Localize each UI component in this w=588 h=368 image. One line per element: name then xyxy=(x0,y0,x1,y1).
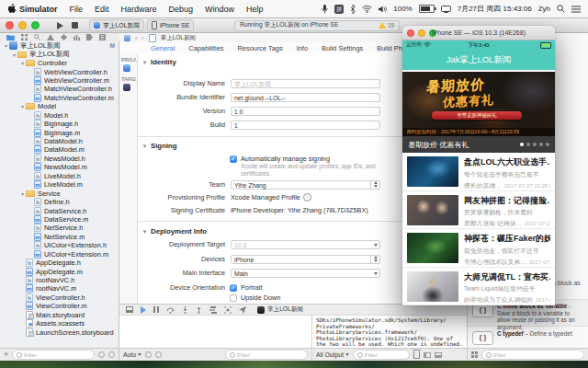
show-only-run-icon[interactable] xyxy=(145,351,152,358)
file-row-model-h[interactable]: hModel.h xyxy=(0,111,119,120)
file-row-controller[interactable]: ▾Controller xyxy=(0,59,119,67)
menu-hardware[interactable]: Hardware xyxy=(121,5,157,14)
devices-dropdown[interactable]: iPhone xyxy=(231,255,380,264)
symbol-navigator-icon[interactable] xyxy=(21,34,28,40)
related-items-icon[interactable] xyxy=(124,35,130,41)
file-row--lol-[interactable]: ▾掌上LOL新闻 xyxy=(0,50,119,58)
target-item-icon[interactable] xyxy=(123,84,130,91)
page-dot[interactable] xyxy=(539,143,543,146)
file-row-dataservice-m[interactable]: mDataService.m xyxy=(0,215,119,224)
menu-edit[interactable]: Edit xyxy=(95,5,109,14)
identity-section-header[interactable]: ▼Identity xyxy=(141,58,176,66)
page-dot[interactable] xyxy=(526,143,530,146)
view-debugger-button[interactable] xyxy=(209,306,217,314)
user-name[interactable]: Zyh xyxy=(538,5,550,13)
bluetooth-icon[interactable] xyxy=(350,5,356,14)
clear-console-button[interactable] xyxy=(413,351,420,359)
info-icon[interactable]: i xyxy=(303,193,311,201)
tab-info[interactable]: Info xyxy=(297,44,308,52)
signing-section-header[interactable]: ▼Signing xyxy=(141,142,177,150)
display-name-field[interactable]: 掌上LOL新闻 xyxy=(231,79,380,88)
file-row-matchviewcontroller-m[interactable]: mMatchViewController.m xyxy=(0,94,119,102)
file-row-livemodel-m[interactable]: mLiveModel.m xyxy=(0,180,119,189)
library-filter-field[interactable]: Filter xyxy=(481,350,584,360)
hide-debug-area-button[interactable] xyxy=(126,306,133,313)
news-item[interactable]: 神探苍：碾压Faker的妖…双兔傍地走，假装打不过等等博心理战术以及米…2017… xyxy=(402,229,555,268)
console-scope-menu[interactable]: All Output xyxy=(316,351,349,358)
bundle-id-field[interactable]: net.glound.--LOL-- xyxy=(231,93,380,102)
stop-button[interactable] xyxy=(72,22,78,29)
file-row-bigimage-m[interactable]: mBigImage.m xyxy=(0,128,119,136)
file-row-datamodel-m[interactable]: mDataModel.m xyxy=(0,145,119,154)
menu-debug[interactable]: Debug xyxy=(169,5,194,14)
input-method-icon[interactable]: 拼 xyxy=(334,5,344,14)
wifi-icon[interactable] xyxy=(362,6,372,13)
file-row-service[interactable]: ▾Service xyxy=(0,189,119,197)
debug-navigator-icon[interactable] xyxy=(74,34,80,40)
file-row-matchviewcontroller-h[interactable]: hMatchViewController.h xyxy=(0,85,119,93)
step-into-button[interactable] xyxy=(182,306,188,314)
tab-capabilities[interactable]: Capabilities xyxy=(188,44,223,52)
team-dropdown[interactable]: Yihe Zhang xyxy=(231,180,380,190)
volume-icon[interactable] xyxy=(379,6,387,13)
add-file-button[interactable]: + xyxy=(4,351,8,359)
notification-center-icon[interactable] xyxy=(571,6,581,13)
file-row-define-h[interactable]: hDefine.h xyxy=(0,198,119,206)
project-navigator-icon[interactable] xyxy=(6,34,15,40)
back-button[interactable]: ‹ xyxy=(135,35,137,41)
issue-navigator-icon[interactable] xyxy=(47,34,54,40)
disclosure-triangle[interactable]: ▾ xyxy=(3,42,9,49)
info-toggle-icon[interactable] xyxy=(155,351,162,358)
file-row-webviewcontroller-m[interactable]: mWebViewController.m xyxy=(0,76,119,85)
auto-signing-checkbox[interactable]: ✓ xyxy=(230,155,237,163)
tab-build-settings[interactable]: Build Settings xyxy=(322,44,363,52)
window-zoom-button[interactable] xyxy=(31,21,40,29)
file-row-rootnavvc-m[interactable]: mrootNavVC.m xyxy=(0,284,119,293)
step-out-button[interactable] xyxy=(196,306,202,314)
snippet-item[interactable]: { } C typedef – Define a typedef. xyxy=(468,328,588,348)
menu-window[interactable]: Window xyxy=(205,5,234,14)
menu-simulator[interactable]: Simulator xyxy=(19,5,58,14)
forward-button[interactable]: › xyxy=(141,35,143,41)
file-row-netservice-m[interactable]: mNetService.m xyxy=(0,233,119,241)
file-row-viewcontroller-m[interactable]: mViewController.m xyxy=(0,302,119,310)
library-selector-icon[interactable] xyxy=(471,351,478,358)
display-icon[interactable] xyxy=(441,6,451,13)
file-row-model[interactable]: ▾Model xyxy=(0,102,119,110)
page-dot[interactable] xyxy=(533,143,537,146)
file-row-rootnavvc-h[interactable]: hrootNavVC.h xyxy=(0,276,119,284)
deployment-target-combo[interactable]: 10.3 xyxy=(231,240,380,249)
test-navigator-icon[interactable] xyxy=(61,34,67,40)
news-item[interactable]: 网友神拼图：记得撞脸…笑笑惨遭躺枪，快来看到底都几张脸 记得身…2017-07-… xyxy=(402,191,555,230)
disclosure-triangle[interactable]: ▾ xyxy=(19,190,26,197)
main-interface-combo[interactable]: Main xyxy=(231,269,380,278)
page-dot[interactable] xyxy=(546,143,549,146)
console-filter-field[interactable]: Filter xyxy=(353,350,410,360)
file-row-launchscreen-storyboard[interactable]: LaunchScreen.storyboard xyxy=(0,328,119,336)
memory-graph-button[interactable] xyxy=(224,306,232,314)
page-dot[interactable] xyxy=(520,143,524,146)
jump-bar-item[interactable]: 掌上LOL新闻 xyxy=(161,34,196,42)
simulate-location-button[interactable] xyxy=(239,306,246,314)
file-row-uicolor-extension-m[interactable]: mUIColor+Extension.m xyxy=(0,250,119,259)
variables-filter-field[interactable]: Filter xyxy=(225,350,308,360)
siri-mic-icon[interactable] xyxy=(322,5,328,14)
battery-icon[interactable] xyxy=(419,5,435,13)
menubar-clock[interactable]: 7月27日 周四 15:43:06 xyxy=(458,4,532,14)
debug-process-chip[interactable]: 掌上LOL新闻 xyxy=(257,305,303,314)
file-row-assets-xcassets[interactable]: Assets.xcassets xyxy=(0,319,119,328)
upside-down-checkbox[interactable] xyxy=(230,294,237,302)
disclosure-triangle[interactable]: ▾ xyxy=(11,52,17,58)
variables-scope-menu[interactable]: Auto xyxy=(123,351,141,358)
file-row-livemodel-h[interactable]: hLiveModel.h xyxy=(0,172,119,180)
file-row-netservice-h[interactable]: hNetService.h xyxy=(0,224,119,232)
file-row-bigimage-h[interactable]: hBigImage.h xyxy=(0,120,119,128)
news-item[interactable]: 盘点LOL六大职业选手…每个知名选手都有自己最不擅长的英雄，2017-07-27… xyxy=(402,153,555,191)
run-button[interactable] xyxy=(57,22,63,29)
window-close-button[interactable] xyxy=(6,21,14,29)
continue-button[interactable] xyxy=(141,306,146,314)
file-row-appdelegate-h[interactable]: hAppDelegate.h xyxy=(0,259,119,267)
spotlight-search-icon[interactable] xyxy=(557,5,565,13)
file-row-viewcontroller-h[interactable]: hViewController.h xyxy=(0,293,119,302)
version-field[interactable]: 1.0 xyxy=(231,107,380,116)
